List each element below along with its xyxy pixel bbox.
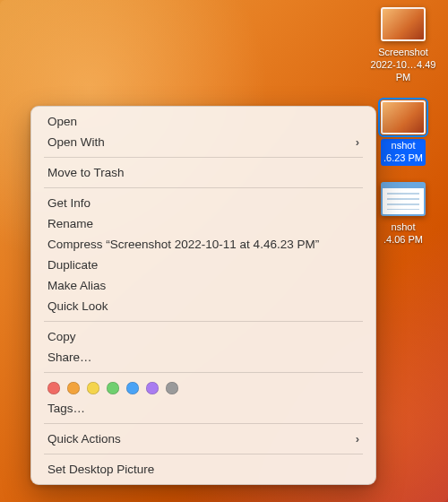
tag-color-row xyxy=(31,377,375,398)
menu-item-label: Make Alias xyxy=(47,275,106,296)
menu-item-label: Get Info xyxy=(47,193,90,213)
screenshot-thumbnail-icon xyxy=(381,100,426,134)
tag-color-dot[interactable] xyxy=(47,382,60,394)
menu-item-set-desktop-picture[interactable]: Set Desktop Picture xyxy=(31,459,375,480)
menu-item-copy[interactable]: Copy xyxy=(31,326,375,347)
menu-separator xyxy=(44,157,363,158)
desktop-file-label: Screenshot 2022-10…4.49 PM xyxy=(363,46,444,84)
screenshot-thumbnail-icon xyxy=(381,182,426,216)
menu-separator xyxy=(44,423,363,424)
chevron-right-icon: › xyxy=(356,132,359,152)
desktop-file-1[interactable]: Screenshot 2022-10…4.49 PM xyxy=(363,7,444,84)
menu-item-move-to-trash[interactable]: Move to Trash xyxy=(31,162,375,183)
menu-item-quick-actions[interactable]: Quick Actions › xyxy=(31,428,375,449)
tag-color-dot[interactable] xyxy=(126,382,139,394)
desktop-file-label: nshot .4.06 PM xyxy=(381,221,426,247)
menu-separator xyxy=(44,321,363,322)
desktop-adjacent-column: M M xyxy=(421,126,448,298)
context-menu: OpenOpen With›Move to TrashGet InfoRenam… xyxy=(30,106,376,485)
menu-item-label: Share… xyxy=(47,347,92,368)
menu-item-get-info[interactable]: Get Info xyxy=(31,193,375,213)
desktop-file-label: nshot .6.23 PM xyxy=(381,139,426,166)
tag-color-dot[interactable] xyxy=(146,382,159,394)
menu-item-label: Quick Actions xyxy=(47,428,121,449)
menu-separator xyxy=(44,454,363,454)
menu-item-open[interactable]: Open xyxy=(31,111,375,132)
tag-color-dot[interactable] xyxy=(166,382,178,394)
chevron-right-icon: › xyxy=(356,428,359,449)
tag-color-dot[interactable] xyxy=(67,382,80,394)
menu-item-label: Move to Trash xyxy=(47,162,125,183)
menu-item-label: Compress “Screenshot 2022-10-11 at 4.46.… xyxy=(47,234,319,255)
menu-item-label: Duplicate xyxy=(47,255,98,275)
menu-item-label: Rename xyxy=(47,213,93,234)
menu-item-quick-look[interactable]: Quick Look xyxy=(31,296,375,316)
menu-item-rename[interactable]: Rename xyxy=(31,213,375,234)
menu-separator xyxy=(44,187,363,188)
menu-item-duplicate[interactable]: Duplicate xyxy=(31,255,375,275)
menu-item-label: Set Desktop Picture xyxy=(47,459,154,480)
menu-item-label: Quick Look xyxy=(47,296,108,316)
menu-item-label: Open xyxy=(47,111,77,132)
menu-item-label: Copy xyxy=(47,326,76,347)
menu-item-share[interactable]: Share… xyxy=(31,347,375,368)
menu-item-make-alias[interactable]: Make Alias xyxy=(31,275,375,296)
tag-color-dot[interactable] xyxy=(87,382,99,394)
tag-color-dot[interactable] xyxy=(107,382,119,394)
menu-item-open-with[interactable]: Open With› xyxy=(31,132,375,152)
menu-item-tags[interactable]: Tags… xyxy=(31,398,375,419)
menu-separator xyxy=(44,372,363,373)
menu-item-compress-screenshot-2022-10-11-at-4-46-23-pm[interactable]: Compress “Screenshot 2022-10-11 at 4.46.… xyxy=(31,234,375,255)
screenshot-thumbnail-icon xyxy=(381,7,426,41)
menu-item-label: Open With xyxy=(47,132,105,152)
menu-item-label: Tags… xyxy=(47,398,85,419)
